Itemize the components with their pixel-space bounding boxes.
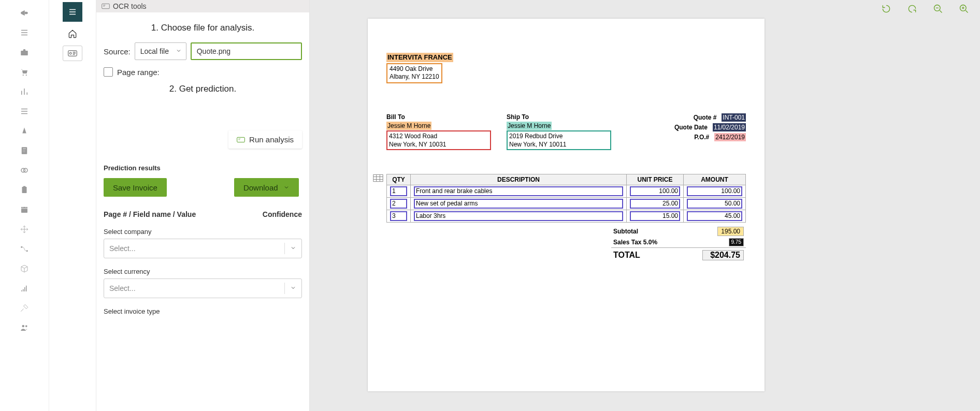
run-analysis-button[interactable]: Run analysis xyxy=(228,130,302,149)
gavel-icon[interactable] xyxy=(19,303,30,313)
th-unit: UNIT PRICE xyxy=(627,174,684,185)
th-qty: QTY xyxy=(387,174,411,185)
svg-rect-7 xyxy=(23,186,26,188)
chevron-down-icon xyxy=(290,284,296,292)
save-invoice-label: Save Invoice xyxy=(113,183,157,192)
filename-value: Quote.png xyxy=(197,47,230,55)
svg-point-9 xyxy=(21,246,22,248)
svg-point-2 xyxy=(26,75,27,76)
flow-icon[interactable] xyxy=(19,244,30,254)
cell-unit: 100.00 xyxy=(630,186,680,196)
page-range-label: Page range: xyxy=(117,68,160,77)
svg-point-1 xyxy=(23,75,24,76)
zoom-in-icon[interactable] xyxy=(958,3,970,14)
th-desc: DESCRIPTION xyxy=(411,174,627,185)
subtotal-key: Subtotal xyxy=(613,228,638,235)
chevron-down-icon xyxy=(176,47,182,55)
cart-icon[interactable] xyxy=(19,67,30,77)
source-select-value: Local file xyxy=(140,47,169,55)
page-range-checkbox[interactable] xyxy=(104,67,113,77)
step2-title: 2. Get prediction. xyxy=(104,84,302,94)
th-amt: AMOUNT xyxy=(684,174,746,185)
po-key: P.O.# xyxy=(627,134,709,141)
shipto-addr2: New York, NY 10011 xyxy=(509,141,567,148)
svg-point-14 xyxy=(69,52,71,54)
ocr-panel: OCR tools 1. Choose file for analysis. S… xyxy=(96,0,309,411)
document-page[interactable]: INTERVITA FRANCE 4490 Oak Drive Albany, … xyxy=(368,19,765,391)
total-value: $204.75 xyxy=(702,250,744,260)
table-anchor-icon xyxy=(373,174,383,184)
rotate-right-icon[interactable] xyxy=(906,3,918,14)
doc-company-addr2: Albany, NY 12210 xyxy=(390,73,439,80)
source-label: Source: xyxy=(104,47,131,56)
left-nav-rail xyxy=(0,0,49,411)
svg-rect-15 xyxy=(102,4,110,8)
prediction-results-heading: Prediction results xyxy=(104,164,302,172)
rings-icon[interactable] xyxy=(19,165,30,175)
svg-rect-8 xyxy=(21,207,27,213)
chevron-down-icon xyxy=(290,244,296,253)
tax-value: 9.75 xyxy=(729,238,744,246)
users-icon[interactable] xyxy=(19,322,30,333)
menu-toggle-button[interactable] xyxy=(63,2,82,22)
cone-icon[interactable] xyxy=(19,126,30,136)
cell-desc: Labor 3hrs xyxy=(414,211,623,221)
svg-point-10 xyxy=(26,250,28,252)
cell-qty: 1 xyxy=(390,186,407,196)
results-col-right: Confidence xyxy=(263,210,302,218)
po-value: 2412/2019 xyxy=(714,133,746,141)
table-row: 2 New set of pedal arms 25.00 50.00 xyxy=(387,198,746,210)
bar-chart-icon[interactable] xyxy=(19,86,30,97)
save-invoice-button[interactable]: Save Invoice xyxy=(104,178,167,197)
secondary-nav xyxy=(49,0,96,411)
cell-qty: 3 xyxy=(390,211,407,221)
zoom-out-icon[interactable] xyxy=(932,3,944,14)
quote-date-key: Quote Date xyxy=(627,124,708,131)
list2-icon[interactable] xyxy=(19,106,30,116)
svg-rect-6 xyxy=(22,187,27,193)
svg-rect-0 xyxy=(21,51,28,55)
invoice-type-field-label: Select invoice type xyxy=(104,307,302,315)
invoice-line-items-table: QTY DESCRIPTION UNIT PRICE AMOUNT 1 Fron… xyxy=(386,174,746,223)
calendar-icon[interactable] xyxy=(19,204,30,215)
rotate-left-icon[interactable] xyxy=(881,3,892,14)
calculator-icon[interactable] xyxy=(19,145,30,156)
company-field-label: Select company xyxy=(104,228,302,236)
company-select-placeholder: Select... xyxy=(109,244,136,253)
billto-addr1: 4312 Wood Road xyxy=(389,133,437,140)
results-col-left: Page # / Field name / Value xyxy=(104,210,196,218)
cell-qty: 2 xyxy=(390,199,407,209)
clipboard-icon[interactable] xyxy=(19,185,30,195)
billto-addr2: New York, NY 10031 xyxy=(389,141,446,148)
currency-select[interactable]: Select... xyxy=(104,278,302,298)
svg-point-12 xyxy=(25,325,27,327)
move-icon[interactable] xyxy=(19,224,30,234)
currency-field-label: Select currency xyxy=(104,268,302,275)
cell-desc: Front and rear brake cables xyxy=(414,186,623,196)
currency-select-placeholder: Select... xyxy=(109,284,136,292)
shipto-addr1: 2019 Redbud Drive xyxy=(509,133,563,140)
briefcase-icon[interactable] xyxy=(19,47,30,57)
company-select[interactable]: Select... xyxy=(104,239,302,258)
signal-icon[interactable] xyxy=(19,283,30,293)
table-row: 3 Labor 3hrs 15.00 45.00 xyxy=(387,210,746,223)
document-preview: INTERVITA FRANCE 4490 Oak Drive Albany, … xyxy=(309,0,980,411)
filename-input[interactable]: Quote.png xyxy=(191,42,302,60)
table-row: 1 Front and rear brake cables 100.00 100… xyxy=(387,185,746,198)
run-analysis-label: Run analysis xyxy=(249,135,294,144)
ocr-module-icon[interactable] xyxy=(63,46,82,61)
home-button[interactable] xyxy=(63,26,82,41)
billto-name: Jessie M Horne xyxy=(386,122,431,130)
preview-toolbar xyxy=(881,3,970,14)
total-key: TOTAL xyxy=(613,251,640,260)
tax-key: Sales Tax 5.0% xyxy=(613,239,657,246)
download-button[interactable]: Download xyxy=(234,178,299,197)
cube-icon[interactable] xyxy=(19,263,30,274)
svg-rect-19 xyxy=(373,175,383,182)
chevron-down-icon xyxy=(283,183,290,192)
quote-no-key: Quote # xyxy=(627,114,716,121)
megaphone-icon[interactable] xyxy=(19,8,30,18)
shipto-name: Jessie M Horne xyxy=(507,122,552,130)
list-icon[interactable] xyxy=(19,27,30,38)
source-select[interactable]: Local file xyxy=(135,42,186,60)
